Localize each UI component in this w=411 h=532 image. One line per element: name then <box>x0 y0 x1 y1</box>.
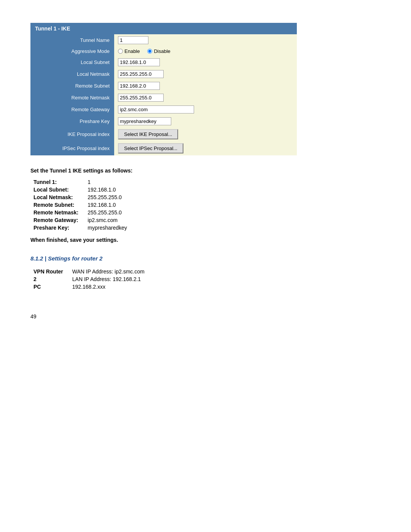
tunnel-name-input[interactable] <box>118 36 148 44</box>
ike-proposal-label: IKE Proposal index <box>30 127 114 141</box>
remote-subnet-input[interactable] <box>118 82 160 90</box>
disable-label[interactable]: Disable <box>147 48 170 54</box>
instructions-section: Set the Tunnel 1 IKE settings as follows… <box>30 168 381 243</box>
info-val-remote-netmask: 255.255.255.0 <box>84 209 130 216</box>
info-val-remote-subnet: 192.168.1.0 <box>84 201 130 209</box>
info-val-tunnel: 1 <box>84 178 130 186</box>
page-number: 49 <box>30 313 381 320</box>
info-key-remote-netmask: Remote Netmask: <box>30 209 84 216</box>
local-subnet-cell <box>114 56 297 68</box>
preshare-key-input[interactable] <box>118 117 171 125</box>
ipsec-proposal-cell: Select IPSec Proposal... <box>114 141 297 155</box>
remote-subnet-label: Remote Subnet <box>30 80 114 92</box>
tunnel-name-label: Tunnel Name <box>30 34 114 46</box>
info-val-preshare-key: mypresharedkey <box>84 224 130 232</box>
info-key-preshare-key: Preshare Key: <box>30 224 84 232</box>
preshare-key-cell <box>114 115 297 127</box>
router-val-2: 192.168.2.xxx <box>69 283 148 291</box>
aggressive-mode-cell: Enable Disable <box>114 46 297 56</box>
info-row-local-netmask: Local Netmask: 255.255.255.0 <box>30 193 130 201</box>
aggressive-mode-label: Aggressive Mode <box>30 46 114 56</box>
remote-gateway-cell <box>114 104 297 115</box>
local-netmask-cell <box>114 68 297 80</box>
info-key-remote-gateway: Remote Gateway: <box>30 216 84 224</box>
remote-gateway-label: Remote Gateway <box>30 104 114 115</box>
disable-text: Disable <box>154 48 170 54</box>
router-key-2: PC <box>30 283 69 291</box>
info-row-remote-subnet: Remote Subnet: 192.168.1.0 <box>30 201 130 209</box>
preshare-key-label: Preshare Key <box>30 115 114 127</box>
info-val-local-netmask: 255.255.255.0 <box>84 193 130 201</box>
remote-netmask-cell <box>114 92 297 104</box>
local-netmask-input[interactable] <box>118 70 164 78</box>
ike-proposal-cell: Select IKE Proposal... <box>114 127 297 141</box>
ipsec-proposal-label: IPSec Proposal index <box>30 141 114 155</box>
router-row-1: 2 LAN IP Address: 192.168.2.1 <box>30 275 148 283</box>
section-heading: 8.1.2 | Settings for router 2 <box>30 255 381 262</box>
local-subnet-label: Local Subnet <box>30 56 114 68</box>
router-key-0: VPN Router <box>30 268 69 275</box>
router-val-0: WAN IP Address: ip2.smc.com <box>69 268 148 275</box>
info-row-tunnel: Tunnel 1: 1 <box>30 178 130 186</box>
save-note: When finished, save your settings. <box>30 237 381 243</box>
info-table: Tunnel 1: 1 Local Subnet: 192.168.1.0 Lo… <box>30 178 130 232</box>
info-row-remote-netmask: Remote Netmask: 255.255.255.0 <box>30 209 130 216</box>
router-val-1: LAN IP Address: 192.168.2.1 <box>69 275 148 283</box>
remote-netmask-label: Remote Netmask <box>30 92 114 104</box>
remote-gateway-input[interactable] <box>118 105 194 113</box>
instructions-heading: Set the Tunnel 1 IKE settings as follows… <box>30 168 381 174</box>
info-val-remote-gateway: ip2.smc.com <box>84 216 130 224</box>
enable-label[interactable]: Enable <box>118 48 140 54</box>
remote-subnet-cell <box>114 80 297 92</box>
aggressive-mode-radio-group: Enable Disable <box>118 48 293 54</box>
disable-radio[interactable] <box>147 49 152 54</box>
info-val-local-subnet: 192.168.1.0 <box>84 186 130 193</box>
local-subnet-input[interactable] <box>118 58 160 66</box>
router-info-table: VPN Router WAN IP Address: ip2.smc.com 2… <box>30 268 148 291</box>
select-ike-proposal-button[interactable]: Select IKE Proposal... <box>118 129 178 139</box>
enable-radio[interactable] <box>118 49 123 54</box>
info-row-preshare-key: Preshare Key: mypresharedkey <box>30 224 130 232</box>
select-ipsec-proposal-button[interactable]: Select IPSec Proposal... <box>118 143 183 153</box>
enable-text: Enable <box>124 48 140 54</box>
router-key-1: 2 <box>30 275 69 283</box>
info-row-remote-gateway: Remote Gateway: ip2.smc.com <box>30 216 130 224</box>
info-row-local-subnet: Local Subnet: 192.168.1.0 <box>30 186 130 193</box>
info-key-remote-subnet: Remote Subnet: <box>30 201 84 209</box>
remote-netmask-input[interactable] <box>118 94 164 102</box>
tunnel-table-title: Tunnel 1 - IKE <box>30 23 297 34</box>
router-row-0: VPN Router WAN IP Address: ip2.smc.com <box>30 268 148 275</box>
tunnel-name-cell <box>114 34 297 46</box>
local-netmask-label: Local Netmask <box>30 68 114 80</box>
tunnel-ike-table: Tunnel 1 - IKE Tunnel Name Aggressive Mo… <box>30 23 297 155</box>
info-key-local-subnet: Local Subnet: <box>30 186 84 193</box>
router-row-2: PC 192.168.2.xxx <box>30 283 148 291</box>
info-key-tunnel: Tunnel 1: <box>30 178 84 186</box>
info-key-local-netmask: Local Netmask: <box>30 193 84 201</box>
